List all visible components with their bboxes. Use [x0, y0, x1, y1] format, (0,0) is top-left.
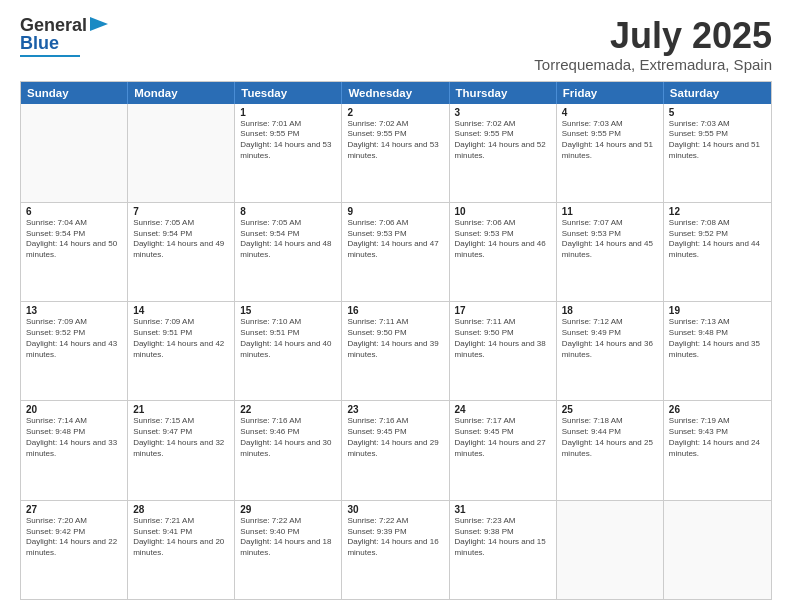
calendar-cell: 9Sunrise: 7:06 AMSunset: 9:53 PMDaylight…: [342, 203, 449, 301]
calendar-cell: [664, 501, 771, 599]
cell-day-number: 14: [133, 305, 229, 316]
calendar-body: 1Sunrise: 7:01 AMSunset: 9:55 PMDaylight…: [21, 104, 771, 599]
calendar-cell: 17Sunrise: 7:11 AMSunset: 9:50 PMDayligh…: [450, 302, 557, 400]
cell-info: Sunrise: 7:16 AMSunset: 9:46 PMDaylight:…: [240, 416, 336, 459]
cell-day-number: 5: [669, 107, 766, 118]
cell-info: Sunrise: 7:02 AMSunset: 9:55 PMDaylight:…: [347, 119, 443, 162]
calendar-cell: 30Sunrise: 7:22 AMSunset: 9:39 PMDayligh…: [342, 501, 449, 599]
logo-underline: [20, 55, 80, 57]
cell-day-number: 6: [26, 206, 122, 217]
cell-info: Sunrise: 7:13 AMSunset: 9:48 PMDaylight:…: [669, 317, 766, 360]
cell-day-number: 21: [133, 404, 229, 415]
header-day-tuesday: Tuesday: [235, 82, 342, 104]
calendar-cell: [21, 104, 128, 202]
calendar-row-4: 27Sunrise: 7:20 AMSunset: 9:42 PMDayligh…: [21, 500, 771, 599]
page: General Blue July 2025 Torrequemada, Ext…: [0, 0, 792, 612]
subtitle: Torrequemada, Extremadura, Spain: [534, 56, 772, 73]
cell-info: Sunrise: 7:19 AMSunset: 9:43 PMDaylight:…: [669, 416, 766, 459]
cell-info: Sunrise: 7:16 AMSunset: 9:45 PMDaylight:…: [347, 416, 443, 459]
cell-day-number: 30: [347, 504, 443, 515]
cell-info: Sunrise: 7:18 AMSunset: 9:44 PMDaylight:…: [562, 416, 658, 459]
calendar-cell: 10Sunrise: 7:06 AMSunset: 9:53 PMDayligh…: [450, 203, 557, 301]
logo-text-blue: Blue: [20, 34, 59, 54]
cell-day-number: 27: [26, 504, 122, 515]
cell-day-number: 31: [455, 504, 551, 515]
cell-info: Sunrise: 7:17 AMSunset: 9:45 PMDaylight:…: [455, 416, 551, 459]
header-day-monday: Monday: [128, 82, 235, 104]
cell-day-number: 17: [455, 305, 551, 316]
cell-info: Sunrise: 7:01 AMSunset: 9:55 PMDaylight:…: [240, 119, 336, 162]
cell-day-number: 24: [455, 404, 551, 415]
calendar-cell: 20Sunrise: 7:14 AMSunset: 9:48 PMDayligh…: [21, 401, 128, 499]
logo: General Blue: [20, 16, 108, 57]
calendar-cell: 31Sunrise: 7:23 AMSunset: 9:38 PMDayligh…: [450, 501, 557, 599]
title-block: July 2025 Torrequemada, Extremadura, Spa…: [534, 16, 772, 73]
cell-day-number: 26: [669, 404, 766, 415]
calendar-cell: 1Sunrise: 7:01 AMSunset: 9:55 PMDaylight…: [235, 104, 342, 202]
cell-day-number: 9: [347, 206, 443, 217]
cell-day-number: 20: [26, 404, 122, 415]
calendar-row-1: 6Sunrise: 7:04 AMSunset: 9:54 PMDaylight…: [21, 202, 771, 301]
header-day-sunday: Sunday: [21, 82, 128, 104]
cell-info: Sunrise: 7:08 AMSunset: 9:52 PMDaylight:…: [669, 218, 766, 261]
calendar-cell: 25Sunrise: 7:18 AMSunset: 9:44 PMDayligh…: [557, 401, 664, 499]
cell-day-number: 3: [455, 107, 551, 118]
cell-info: Sunrise: 7:12 AMSunset: 9:49 PMDaylight:…: [562, 317, 658, 360]
cell-day-number: 16: [347, 305, 443, 316]
calendar-cell: 22Sunrise: 7:16 AMSunset: 9:46 PMDayligh…: [235, 401, 342, 499]
cell-info: Sunrise: 7:10 AMSunset: 9:51 PMDaylight:…: [240, 317, 336, 360]
cell-info: Sunrise: 7:14 AMSunset: 9:48 PMDaylight:…: [26, 416, 122, 459]
calendar-cell: 29Sunrise: 7:22 AMSunset: 9:40 PMDayligh…: [235, 501, 342, 599]
header-day-saturday: Saturday: [664, 82, 771, 104]
calendar-cell: 21Sunrise: 7:15 AMSunset: 9:47 PMDayligh…: [128, 401, 235, 499]
calendar-cell: 19Sunrise: 7:13 AMSunset: 9:48 PMDayligh…: [664, 302, 771, 400]
svg-marker-0: [90, 17, 108, 31]
cell-day-number: 2: [347, 107, 443, 118]
calendar-cell: 18Sunrise: 7:12 AMSunset: 9:49 PMDayligh…: [557, 302, 664, 400]
calendar-cell: 23Sunrise: 7:16 AMSunset: 9:45 PMDayligh…: [342, 401, 449, 499]
calendar-cell: 16Sunrise: 7:11 AMSunset: 9:50 PMDayligh…: [342, 302, 449, 400]
calendar-cell: 14Sunrise: 7:09 AMSunset: 9:51 PMDayligh…: [128, 302, 235, 400]
cell-day-number: 4: [562, 107, 658, 118]
calendar-row-0: 1Sunrise: 7:01 AMSunset: 9:55 PMDaylight…: [21, 104, 771, 202]
calendar-cell: [128, 104, 235, 202]
calendar-cell: 11Sunrise: 7:07 AMSunset: 9:53 PMDayligh…: [557, 203, 664, 301]
cell-day-number: 18: [562, 305, 658, 316]
calendar-cell: 5Sunrise: 7:03 AMSunset: 9:55 PMDaylight…: [664, 104, 771, 202]
cell-day-number: 19: [669, 305, 766, 316]
cell-day-number: 15: [240, 305, 336, 316]
header-day-friday: Friday: [557, 82, 664, 104]
cell-day-number: 22: [240, 404, 336, 415]
cell-day-number: 23: [347, 404, 443, 415]
calendar-cell: 27Sunrise: 7:20 AMSunset: 9:42 PMDayligh…: [21, 501, 128, 599]
calendar-cell: 15Sunrise: 7:10 AMSunset: 9:51 PMDayligh…: [235, 302, 342, 400]
cell-day-number: 29: [240, 504, 336, 515]
cell-day-number: 13: [26, 305, 122, 316]
calendar-row-3: 20Sunrise: 7:14 AMSunset: 9:48 PMDayligh…: [21, 400, 771, 499]
cell-info: Sunrise: 7:05 AMSunset: 9:54 PMDaylight:…: [240, 218, 336, 261]
calendar: SundayMondayTuesdayWednesdayThursdayFrid…: [20, 81, 772, 600]
cell-info: Sunrise: 7:06 AMSunset: 9:53 PMDaylight:…: [455, 218, 551, 261]
calendar-cell: 2Sunrise: 7:02 AMSunset: 9:55 PMDaylight…: [342, 104, 449, 202]
cell-info: Sunrise: 7:04 AMSunset: 9:54 PMDaylight:…: [26, 218, 122, 261]
cell-info: Sunrise: 7:07 AMSunset: 9:53 PMDaylight:…: [562, 218, 658, 261]
header: General Blue July 2025 Torrequemada, Ext…: [20, 16, 772, 73]
calendar-cell: 28Sunrise: 7:21 AMSunset: 9:41 PMDayligh…: [128, 501, 235, 599]
cell-info: Sunrise: 7:02 AMSunset: 9:55 PMDaylight:…: [455, 119, 551, 162]
calendar-cell: [557, 501, 664, 599]
cell-day-number: 28: [133, 504, 229, 515]
header-day-thursday: Thursday: [450, 82, 557, 104]
calendar-cell: 6Sunrise: 7:04 AMSunset: 9:54 PMDaylight…: [21, 203, 128, 301]
cell-info: Sunrise: 7:03 AMSunset: 9:55 PMDaylight:…: [669, 119, 766, 162]
cell-info: Sunrise: 7:06 AMSunset: 9:53 PMDaylight:…: [347, 218, 443, 261]
cell-info: Sunrise: 7:23 AMSunset: 9:38 PMDaylight:…: [455, 516, 551, 559]
cell-info: Sunrise: 7:09 AMSunset: 9:51 PMDaylight:…: [133, 317, 229, 360]
cell-info: Sunrise: 7:05 AMSunset: 9:54 PMDaylight:…: [133, 218, 229, 261]
cell-day-number: 12: [669, 206, 766, 217]
calendar-cell: 13Sunrise: 7:09 AMSunset: 9:52 PMDayligh…: [21, 302, 128, 400]
calendar-cell: 4Sunrise: 7:03 AMSunset: 9:55 PMDaylight…: [557, 104, 664, 202]
cell-info: Sunrise: 7:11 AMSunset: 9:50 PMDaylight:…: [455, 317, 551, 360]
cell-info: Sunrise: 7:03 AMSunset: 9:55 PMDaylight:…: [562, 119, 658, 162]
header-day-wednesday: Wednesday: [342, 82, 449, 104]
cell-info: Sunrise: 7:15 AMSunset: 9:47 PMDaylight:…: [133, 416, 229, 459]
